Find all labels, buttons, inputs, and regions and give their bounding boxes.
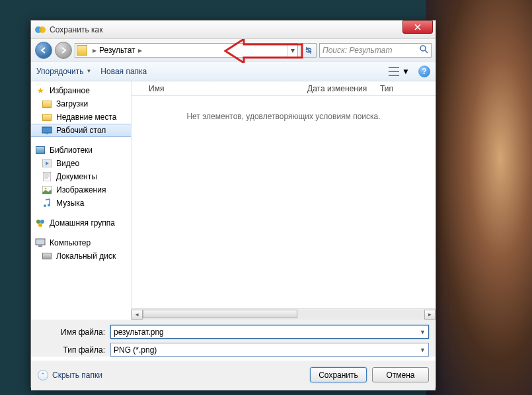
search-input[interactable]: Поиск: Результат [319,43,432,58]
filename-input[interactable]: результат.png ▼ [110,325,429,339]
column-headers: Имя Дата изменения Тип [132,81,436,96]
close-button[interactable] [402,21,433,34]
sidebar-item-pictures[interactable]: Изображения [31,183,131,197]
titlebar[interactable]: Сохранить как [31,21,436,39]
filename-label: Имя файла: [38,328,110,337]
horizontal-scrollbar[interactable]: ◂ ▸ [132,308,436,320]
svg-rect-3 [42,127,52,133]
list-view-icon [389,67,399,76]
hide-folders-toggle[interactable]: ⌃ Скрыть папки [38,370,102,380]
sidebar-label: Недавние места [56,112,116,122]
view-options-button[interactable]: ▼ [385,65,413,78]
sidebar-favorites[interactable]: ★ Избранное [31,84,131,97]
column-date[interactable]: Дата изменения [303,84,376,93]
homegroup-icon [35,218,46,228]
save-button[interactable]: Сохранить [310,367,367,382]
sidebar-item-downloads[interactable]: Загрузки [31,97,131,110]
svg-point-9 [44,204,46,207]
pictures-icon [42,185,52,195]
chevron-down-icon: ▼ [402,67,410,76]
chevron-down-icon[interactable]: ▼ [420,347,426,353]
video-icon [42,158,52,169]
sidebar-item-documents[interactable]: Документы [31,170,131,183]
arrow-right-icon [59,46,67,54]
cancel-label: Отмена [386,371,414,380]
sidebar-label: Загрузки [56,99,88,109]
sidebar-item-desktop[interactable]: Рабочий стол [31,124,131,137]
new-folder-button[interactable]: Новая папка [100,67,147,76]
sidebar-homegroup[interactable]: Домашняя группа [31,216,131,230]
breadcrumb-separator-icon: ▸ [90,46,99,55]
collapse-icon: ⌃ [38,370,48,380]
form-area: Имя файла: результат.png ▼ Тип файла: PN… [31,320,436,357]
scroll-track[interactable] [143,310,424,320]
music-icon [42,198,52,208]
svg-point-13 [38,223,42,227]
file-list[interactable]: Имя Дата изменения Тип Нет элементов, уд… [132,81,436,320]
sidebar-label: Локальный диск [56,251,116,261]
scroll-thumb[interactable] [143,310,297,318]
app-icon [35,24,46,35]
breadcrumb-folder[interactable]: Результат [99,46,135,55]
body-area: ★ Избранное Загрузки Недавние места Рабо… [31,81,436,320]
address-bar[interactable]: ▸ Результат ▸ ▾ [75,43,298,58]
svg-rect-14 [36,239,45,245]
arrow-left-icon [40,46,48,54]
sidebar-libraries[interactable]: Библиотеки [31,144,131,157]
sidebar-item-videos[interactable]: Видео [31,157,131,170]
column-type[interactable]: Тип [376,84,416,93]
filetype-value: PNG (*.png) [114,345,157,355]
svg-point-12 [40,220,44,224]
sidebar-item-localdisk[interactable]: Локальный диск [31,249,131,263]
svg-rect-6 [43,172,51,181]
refresh-icon [304,46,313,55]
sidebar-label: Компьютер [50,238,91,247]
svg-point-8 [45,188,47,190]
organize-menu[interactable]: Упорядочить ▼ [36,67,91,76]
save-as-dialog: Сохранить как ▸ Результат ▸ ▾ Поиск: Рез… [30,20,436,388]
navigation-bar: ▸ Результат ▸ ▾ Поиск: Результат [31,39,436,62]
svg-point-10 [48,204,50,206]
libraries-icon [35,145,46,155]
star-icon: ★ [35,85,46,96]
breadcrumb-separator-icon: ▸ [135,46,145,55]
help-icon: ? [422,67,426,76]
back-button[interactable] [35,42,52,59]
scroll-left-button[interactable]: ◂ [132,310,143,320]
sidebar-label: Избранное [50,86,90,95]
svg-point-11 [36,220,40,224]
column-name[interactable]: Имя [145,84,303,93]
forward-button[interactable] [55,42,72,59]
scroll-right-button[interactable]: ▸ [424,310,436,320]
empty-folder-message: Нет элементов, удовлетворяющих условиям … [132,112,436,121]
search-placeholder: Поиск: Результат [323,46,392,55]
window-title: Сохранить как [50,25,402,34]
cancel-button[interactable]: Отмена [372,367,429,382]
address-dropdown[interactable]: ▾ [287,44,297,57]
svg-rect-15 [38,245,42,247]
sidebar-label: Домашняя группа [50,218,115,228]
new-folder-label: Новая папка [100,67,147,76]
sidebar-label: Рабочий стол [56,126,106,135]
sidebar-computer[interactable]: Компьютер [31,236,131,249]
refresh-button[interactable] [301,43,317,58]
sidebar-label: Видео [56,159,79,168]
hide-folders-label: Скрыть папки [52,371,102,380]
filetype-label: Тип файла: [38,345,110,355]
dialog-footer: ⌃ Скрыть папки Сохранить Отмена [31,361,436,390]
desktop-icon [42,125,52,136]
close-icon [414,24,421,30]
filetype-select[interactable]: PNG (*.png) ▼ [110,343,429,357]
save-label: Сохранить [319,371,358,380]
document-icon [42,171,52,182]
sidebar-label: Библиотеки [50,146,93,155]
sidebar-item-recent[interactable]: Недавние места [31,110,131,124]
chevron-down-icon[interactable]: ▼ [420,329,426,335]
navigation-pane[interactable]: ★ Избранное Загрузки Недавние места Рабо… [31,81,132,320]
sidebar-label: Документы [56,172,97,181]
search-icon [419,44,428,56]
sidebar-item-music[interactable]: Музыка [31,197,131,210]
chevron-down-icon: ▼ [86,68,91,74]
help-button[interactable]: ? [418,66,430,77]
filename-value: результат.png [114,328,164,337]
